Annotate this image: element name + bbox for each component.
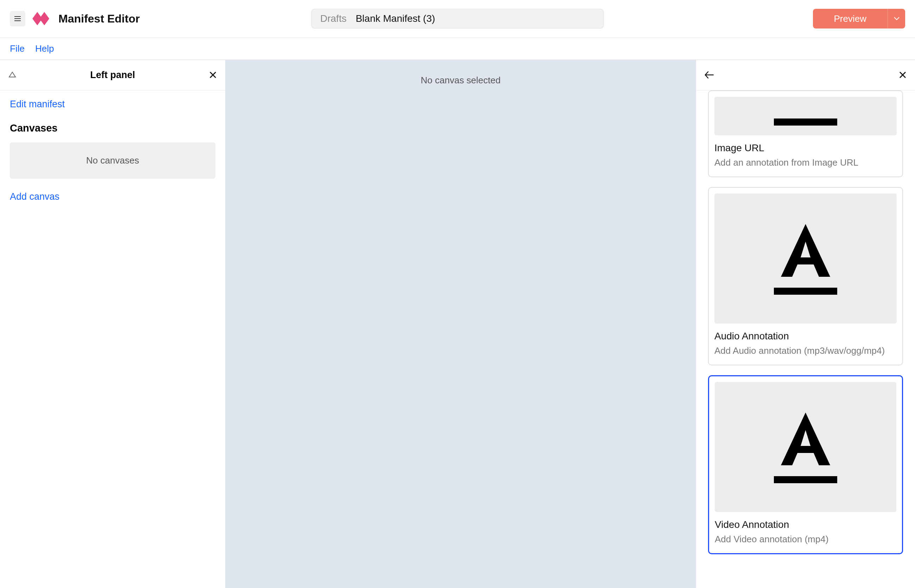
left-panel-content: Edit manifest Canvases No canvases Add c… <box>0 90 225 211</box>
annotation-card[interactable]: Image URLAdd an annotation from Image UR… <box>708 90 903 177</box>
menu-button[interactable] <box>10 11 25 26</box>
drafts-label: Drafts <box>320 13 347 24</box>
svg-marker-1 <box>39 12 49 25</box>
app-title: Manifest Editor <box>58 12 140 25</box>
edit-manifest-link[interactable]: Edit manifest <box>10 99 65 110</box>
right-panel-header <box>696 60 915 90</box>
canvases-heading: Canvases <box>10 123 215 134</box>
manifest-title-field[interactable]: Drafts Blank Manifest (3) <box>311 9 604 29</box>
add-canvas-link[interactable]: Add canvas <box>10 191 60 202</box>
annotation-glyph-icon <box>774 118 837 126</box>
left-panel-header: Left panel <box>0 60 225 90</box>
no-canvas-selected-text: No canvas selected <box>421 75 501 86</box>
card-description: Add Audio annotation (mp3/wav/ogg/mp4) <box>714 345 897 357</box>
menu-help[interactable]: Help <box>35 43 54 54</box>
hamburger-icon <box>15 16 21 21</box>
left-panel: Left panel Edit manifest Canvases No can… <box>0 60 227 588</box>
app-logo-icon <box>32 12 53 25</box>
manifest-title-text: Blank Manifest (3) <box>356 13 435 24</box>
close-left-panel-button[interactable] <box>209 69 217 81</box>
card-thumbnail <box>715 382 896 512</box>
main-layout: Left panel Edit manifest Canvases No can… <box>0 60 915 588</box>
card-thumbnail <box>714 194 897 323</box>
right-panel-content: Image URLAdd an annotation from Image UR… <box>696 90 915 588</box>
preview-button[interactable]: Preview <box>813 9 887 29</box>
left-panel-title: Left panel <box>90 69 135 81</box>
annotation-card[interactable]: Video AnnotationAdd Video annotation (mp… <box>708 375 903 554</box>
card-thumbnail <box>714 97 897 136</box>
no-canvases-placeholder: No canvases <box>10 142 215 179</box>
menu-file[interactable]: File <box>10 43 24 54</box>
menubar: File Help <box>0 38 915 60</box>
collapse-triangle-icon[interactable] <box>8 71 16 80</box>
logo-block: Manifest Editor <box>32 12 140 25</box>
close-right-panel-button[interactable] <box>899 69 907 81</box>
annotation-glyph-icon <box>774 222 837 295</box>
card-description: Add Video annotation (mp4) <box>715 533 896 546</box>
app-header: Manifest Editor Drafts Blank Manifest (3… <box>0 0 915 38</box>
annotation-card[interactable]: Audio AnnotationAdd Audio annotation (mp… <box>708 187 903 365</box>
card-description: Add an annotation from Image URL <box>714 157 897 169</box>
back-arrow-button[interactable] <box>704 69 714 81</box>
annotation-glyph-icon <box>774 411 837 483</box>
card-title: Audio Annotation <box>714 331 897 342</box>
chevron-down-icon <box>894 16 899 21</box>
card-title: Video Annotation <box>715 519 896 530</box>
preview-button-group: Preview <box>813 9 905 29</box>
center-viewport: No canvas selected <box>227 60 696 588</box>
right-panel: Image URLAdd an annotation from Image UR… <box>696 60 915 588</box>
preview-dropdown-button[interactable] <box>887 9 905 29</box>
card-title: Image URL <box>714 142 897 153</box>
